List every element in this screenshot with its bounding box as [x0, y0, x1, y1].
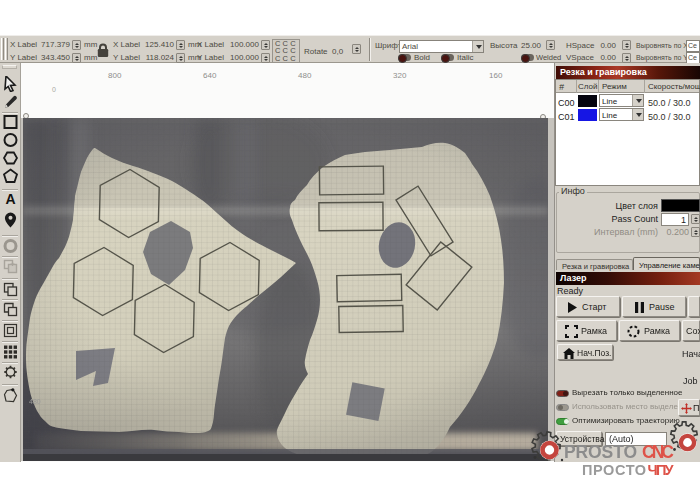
svg-text:ЧПУ: ЧПУ [648, 462, 675, 478]
svg-text:CNC: CNC [642, 442, 674, 462]
svg-text:ПРОСТО: ПРОСТО [582, 462, 646, 478]
svg-text:PROSTO: PROSTO [564, 442, 637, 462]
svg-text:480: 480 [29, 398, 41, 405]
